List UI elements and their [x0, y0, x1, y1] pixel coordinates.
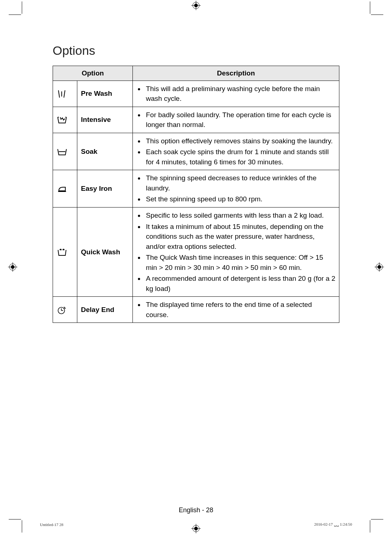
svg-line-16 [58, 90, 60, 98]
page-content: Options Option Description [0, 0, 392, 323]
page-footer-right: 2016-02-17 ␣␣ 1:24:50 [314, 522, 352, 527]
page-footer-left: Untitled-17 28 [40, 522, 63, 527]
table-row: Intensive For badly soiled laundry. The … [53, 107, 339, 133]
option-bullet: Set the spinning speed up to 800 rpm. [144, 194, 335, 204]
prewash-icon [57, 90, 67, 97]
registration-mark-icon [191, 1, 201, 10]
option-bullet: The displayed time refers to the end tim… [144, 300, 335, 320]
option-bullet: The Quick Wash time increases in this se… [144, 252, 335, 272]
soak-icon [57, 148, 68, 155]
quick-wash-icon [57, 248, 68, 256]
option-description: Specific to less soiled garments with le… [133, 208, 339, 297]
option-name: Soak [77, 133, 133, 170]
option-bullet: A recommended amount of detergent is les… [144, 274, 335, 293]
option-icon-cell [53, 133, 77, 170]
option-icon-cell [53, 170, 77, 208]
option-name: Pre Wash [77, 81, 133, 107]
option-name: Quick Wash [77, 208, 133, 297]
easy-iron-icon [57, 185, 68, 192]
table-header-description: Description [133, 66, 339, 81]
intensive-icon [57, 116, 68, 123]
option-name: Delay End [77, 297, 133, 323]
option-icon-cell [53, 107, 77, 133]
table-row: Easy Iron The spinning speed decreases t… [53, 170, 339, 208]
section-title: Options [53, 44, 339, 58]
registration-mark-icon [375, 262, 384, 272]
svg-line-17 [64, 90, 65, 98]
option-bullet: Specific to less soiled garments with le… [144, 210, 335, 221]
option-icon-cell [53, 208, 77, 297]
registration-mark-icon [191, 524, 201, 533]
option-icon-cell [53, 297, 77, 323]
option-description: The displayed time refers to the end tim… [133, 297, 339, 323]
table-header-option: Option [53, 66, 133, 81]
option-description: This option effectively removes stains b… [133, 133, 339, 170]
options-table: Option Description Pre Wash [53, 66, 339, 323]
option-bullet: It takes a minimum of about 15 minutes, … [144, 222, 335, 252]
option-name: Intensive [77, 107, 133, 133]
table-row: Quick Wash Specific to less soiled garme… [53, 208, 339, 297]
option-description: This will add a preliminary washing cycl… [133, 81, 339, 107]
option-bullet: For badly soiled laundry. The operation … [144, 110, 335, 130]
option-description: The spinning speed decreases to reduce w… [133, 170, 339, 208]
option-description: For badly soiled laundry. The operation … [133, 107, 339, 133]
option-icon-cell [53, 81, 77, 107]
delay-end-icon [57, 306, 66, 313]
registration-mark-icon [8, 262, 17, 272]
option-bullet: This will add a preliminary washing cycl… [144, 84, 335, 104]
option-bullet: This option effectively removes stains b… [144, 136, 335, 146]
option-bullet: Each soak cycle spins the drum for 1 min… [144, 147, 335, 167]
option-name: Easy Iron [77, 170, 133, 208]
table-row: Delay End The displayed time refers to t… [53, 297, 339, 323]
page-footer-center: English - 28 [0, 506, 392, 514]
table-row: Pre Wash This will add a preliminary was… [53, 81, 339, 107]
option-bullet: The spinning speed decreases to reduce w… [144, 173, 335, 193]
table-row: Soak This option effectively removes sta… [53, 133, 339, 170]
